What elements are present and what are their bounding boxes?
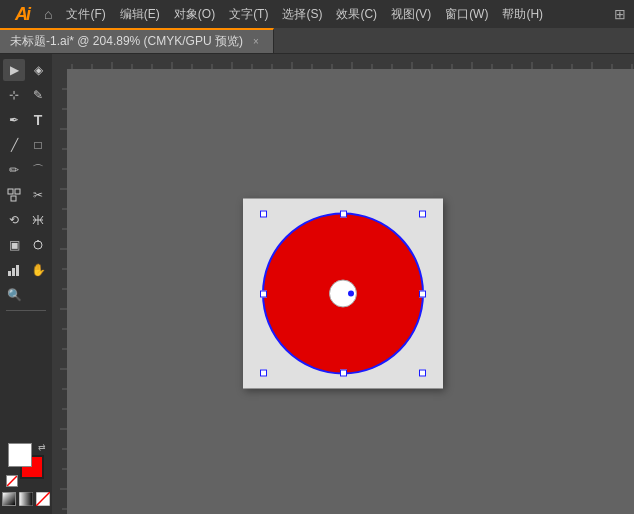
tool-row-5: ✏ ⌒ [0, 158, 52, 182]
magic-wand-tool[interactable]: ⊹ [3, 84, 25, 106]
circle-container[interactable] [262, 213, 424, 375]
svg-rect-1 [15, 189, 20, 194]
scissors-tool[interactable]: ✂ [27, 184, 49, 206]
ruler-top [52, 54, 634, 69]
pen-tool[interactable]: ✒ [3, 109, 25, 131]
tool-row-9: ✋ [0, 258, 52, 282]
shape-builder-tool[interactable] [3, 184, 25, 206]
tab-title: 未标题-1.ai* @ 204.89% (CMYK/GPU 预览) [10, 33, 243, 50]
svg-rect-5 [8, 271, 11, 276]
tool-row-2: ⊹ ✎ [0, 83, 52, 107]
hand-tool[interactable]: ✋ [27, 259, 49, 281]
handle-tr [419, 211, 426, 218]
main-layout: ▶ ◈ ⊹ ✎ ✒ T ╱ □ ✏ ⌒ ✂ [0, 54, 634, 514]
toolbar: ▶ ◈ ⊹ ✎ ✒ T ╱ □ ✏ ⌒ ✂ [0, 54, 52, 514]
swap-colors-icon[interactable]: ⇄ [38, 442, 46, 452]
tool-row-10: 🔍 [0, 283, 52, 307]
reflect-tool[interactable] [27, 209, 49, 231]
svg-point-3 [34, 241, 42, 249]
home-icon[interactable]: ⌂ [44, 6, 52, 22]
selection-tool[interactable]: ▶ [3, 59, 25, 81]
handle-bc [340, 370, 347, 377]
none-color-icon[interactable] [6, 475, 18, 487]
tool-row-7: ⟲ [0, 208, 52, 232]
svg-line-8 [7, 476, 17, 486]
svg-rect-0 [8, 189, 13, 194]
svg-point-4 [37, 240, 39, 242]
direct-selection-tool[interactable]: ◈ [27, 59, 49, 81]
svg-rect-6 [12, 268, 15, 276]
puppet-warp-tool[interactable] [27, 234, 49, 256]
tool-divider-1 [6, 310, 46, 311]
handle-mr [419, 291, 426, 298]
handle-tl [260, 211, 267, 218]
handle-bl [260, 370, 267, 377]
artboard: 软件学习网www.r.l-w.com [243, 199, 443, 389]
ruler-left [52, 69, 67, 514]
gradient-button[interactable] [19, 492, 33, 506]
tool-row-6: ✂ [0, 183, 52, 207]
pencil-tool[interactable]: ✏ [3, 159, 25, 181]
handle-br [419, 370, 426, 377]
menu-help[interactable]: 帮助(H) [496, 4, 549, 25]
menu-view[interactable]: 视图(V) [385, 4, 437, 25]
menu-bar: 文件(F) 编辑(E) 对象(O) 文字(T) 选择(S) 效果(C) 视图(V… [60, 4, 606, 25]
handle-tc [340, 211, 347, 218]
arc-tool[interactable]: ⌒ [27, 159, 49, 181]
rect-tool[interactable]: □ [27, 134, 49, 156]
main-circle[interactable] [262, 213, 424, 375]
color-mode-row [2, 492, 50, 506]
none-button[interactable] [36, 492, 50, 506]
menu-object[interactable]: 对象(O) [168, 4, 221, 25]
tab-bar: 未标题-1.ai* @ 204.89% (CMYK/GPU 预览) × [0, 28, 634, 54]
line-tool[interactable]: ╱ [3, 134, 25, 156]
svg-rect-7 [16, 265, 19, 276]
lasso-tool[interactable]: ✎ [27, 84, 49, 106]
color-swatches: ⇄ [8, 443, 44, 479]
graph-tool[interactable] [3, 259, 25, 281]
color-area: ⇄ [0, 439, 52, 510]
app-logo: Ai [8, 4, 36, 25]
menu-edit[interactable]: 编辑(E) [114, 4, 166, 25]
svg-rect-12 [52, 54, 634, 69]
tool-row-8: ▣ [0, 233, 52, 257]
menu-file[interactable]: 文件(F) [60, 4, 111, 25]
menu-text[interactable]: 文字(T) [223, 4, 274, 25]
document-tab[interactable]: 未标题-1.ai* @ 204.89% (CMYK/GPU 预览) × [0, 28, 274, 53]
zoom-tool[interactable]: 🔍 [3, 284, 25, 306]
title-bar: Ai ⌂ 文件(F) 编辑(E) 对象(O) 文字(T) 选择(S) 效果(C)… [0, 0, 634, 28]
type-tool[interactable]: T [27, 109, 49, 131]
rotate-tool[interactable]: ⟲ [3, 209, 25, 231]
svg-rect-2 [11, 196, 16, 201]
fill-color-swatch[interactable] [8, 443, 32, 467]
menu-select[interactable]: 选择(S) [276, 4, 328, 25]
tab-close-button[interactable]: × [249, 35, 263, 49]
menu-window[interactable]: 窗口(W) [439, 4, 494, 25]
free-transform-tool[interactable]: ▣ [3, 234, 25, 256]
menu-effect[interactable]: 效果(C) [330, 4, 383, 25]
layout-icon[interactable]: ⊞ [614, 6, 626, 22]
tool-row-4: ╱ □ [0, 133, 52, 157]
svg-rect-9 [19, 492, 33, 506]
solid-color-button[interactable] [2, 492, 16, 506]
tool-row-3: ✒ T [0, 108, 52, 132]
tool-row-1: ▶ ◈ [0, 58, 52, 82]
handle-ml [260, 291, 267, 298]
center-point [348, 291, 354, 297]
canvas-area[interactable]: 软件学习网www.r.l-w.com [52, 54, 634, 514]
